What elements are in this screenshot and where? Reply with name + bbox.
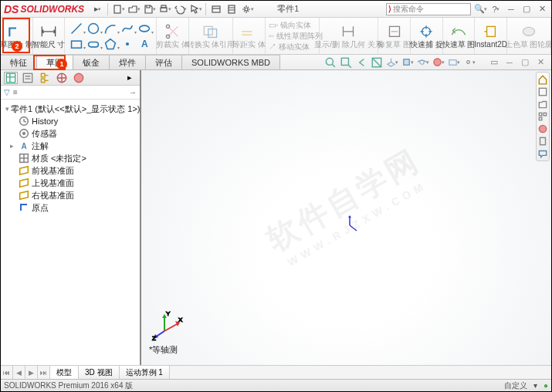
- options-button[interactable]: [225, 2, 239, 16]
- menu-button[interactable]: ▸▾: [90, 2, 104, 16]
- text-tool[interactable]: A: [137, 37, 151, 51]
- taskpane-file-explorer-icon[interactable]: [537, 99, 548, 110]
- dimxpert-tab[interactable]: [55, 72, 69, 84]
- view-settings-icon[interactable]: ▾: [463, 56, 476, 69]
- tab-scroll-prev[interactable]: ◀: [13, 366, 25, 379]
- edit-appearance-icon[interactable]: ▾: [432, 56, 445, 69]
- help-button[interactable]: ?▾: [489, 3, 502, 15]
- tab-scroll-next[interactable]: ▶: [25, 366, 38, 379]
- panel-expand-icon[interactable]: ▸: [123, 72, 137, 84]
- display-style-icon[interactable]: ▾: [401, 56, 414, 69]
- maximize-button[interactable]: ▢: [520, 3, 533, 15]
- search-dropdown[interactable]: 🔍▾: [474, 3, 486, 15]
- rapid-sketch-button[interactable]: 快速草 图: [443, 18, 476, 54]
- feature-tree: ▾ 零件1 (默认<<默认>_显示状态 1>) History 传感器 ▸A注解…: [1, 100, 140, 370]
- quick-snap-button[interactable]: 快速捕 捉: [411, 18, 443, 54]
- prev-view-icon[interactable]: [355, 56, 367, 69]
- spline-tool[interactable]: ▾: [120, 22, 134, 35]
- tree-right-plane[interactable]: 右视基准面: [2, 189, 138, 201]
- taskpane-design-lib-icon[interactable]: [537, 86, 548, 97]
- line-tool[interactable]: ▾: [69, 22, 83, 35]
- shaded-contour-button[interactable]: 上色草 图轮廓: [507, 18, 551, 54]
- pattern-icon[interactable]: ▫▫: [269, 32, 276, 40]
- arc-tool[interactable]: ▾: [103, 22, 117, 35]
- tab-evaluate[interactable]: 评估: [146, 55, 182, 69]
- hide-show-icon[interactable]: ▾: [417, 56, 429, 69]
- convert-button[interactable]: 转换实 体引用: [189, 18, 233, 54]
- doc-min-icon[interactable]: ─: [503, 56, 516, 69]
- filter-icon[interactable]: ▽: [4, 88, 10, 96]
- config-manager-tab[interactable]: [38, 72, 52, 84]
- tab-sheetmetal[interactable]: 钣金: [73, 55, 110, 69]
- bottom-tab-motion[interactable]: 运动算例 1: [120, 366, 170, 379]
- tree-root[interactable]: ▾ 零件1 (默认<<默认>_显示状态 1>): [2, 103, 138, 115]
- tree-annotations[interactable]: ▸A注解: [2, 140, 138, 152]
- status-custom[interactable]: 自定义: [504, 380, 527, 391]
- open-button[interactable]: ▾: [127, 2, 141, 16]
- status-unit-icon[interactable]: ●: [544, 381, 548, 390]
- property-manager-tab[interactable]: [21, 72, 35, 84]
- apply-scene-icon[interactable]: ▾: [448, 56, 460, 69]
- slot-tool[interactable]: ▾: [86, 37, 100, 51]
- rect-tool[interactable]: ▾: [69, 37, 83, 51]
- display-manager-tab[interactable]: [72, 72, 86, 84]
- taskpane-home-icon[interactable]: [537, 74, 548, 85]
- minimize-button[interactable]: ─: [505, 3, 517, 15]
- tree-sensors[interactable]: 传感器: [2, 127, 138, 140]
- mirror-group: ▭▫ 镜向实体 ▫▫ 线性草图阵列 ↗ 移动实体: [266, 18, 320, 54]
- zoom-area-icon[interactable]: [340, 56, 352, 69]
- polygon-tool[interactable]: ▾: [103, 37, 117, 51]
- tab-mbd[interactable]: SOLIDWORKS MBD: [182, 55, 280, 69]
- svg-point-7: [140, 25, 150, 32]
- bottom-tab-3dview[interactable]: 3D 视图: [79, 366, 120, 379]
- select-button[interactable]: ▾: [188, 2, 202, 16]
- tab-features[interactable]: 特征: [1, 55, 37, 69]
- circle-tool[interactable]: ▾: [86, 22, 100, 35]
- tree-history[interactable]: History: [2, 115, 138, 127]
- tree-display-icon[interactable]: ≡: [13, 88, 18, 96]
- offset-button[interactable]: 等距实 体: [233, 18, 266, 54]
- undo-button[interactable]: ▾: [173, 2, 187, 16]
- view-orient-icon[interactable]: ▾: [386, 56, 398, 69]
- feature-manager-tab[interactable]: [4, 72, 18, 84]
- tree-collapse-icon[interactable]: →: [129, 88, 137, 96]
- section-view-icon[interactable]: [371, 56, 383, 69]
- status-toggle-icon[interactable]: ▾: [533, 381, 537, 390]
- save-button[interactable]: ▾: [142, 2, 156, 16]
- new-button[interactable]: ▾: [111, 2, 125, 16]
- tab-sketch[interactable]: 草图: [37, 55, 73, 69]
- trim-button[interactable]: 剪裁实 体: [157, 18, 189, 54]
- tree-top-plane[interactable]: 上视基准面: [2, 177, 138, 189]
- search-command-box[interactable]: ⟩搜索命令: [386, 3, 471, 15]
- taskpane-appearance-icon[interactable]: [537, 123, 548, 134]
- ellipse-tool[interactable]: ▾: [137, 22, 151, 35]
- tree-origin[interactable]: 原点: [2, 201, 138, 214]
- mirror-icon[interactable]: ▭▫: [269, 21, 280, 29]
- graphics-viewport[interactable]: 软件自学网 WWW.RJZXW.COM Y X Z *等轴测: [141, 70, 551, 370]
- instant2d-button[interactable]: Instant2D: [475, 18, 507, 54]
- taskpane-view-palette-icon[interactable]: [537, 111, 548, 122]
- close-button[interactable]: ✕: [536, 3, 548, 15]
- taskpane-forum-icon[interactable]: [537, 148, 548, 159]
- tab-scroll-first[interactable]: ⏮: [1, 366, 13, 379]
- bottom-tab-model[interactable]: 模型: [50, 366, 79, 379]
- tree-material[interactable]: 材质 <未指定>: [2, 152, 138, 164]
- doc-max-icon[interactable]: ▢: [519, 56, 531, 69]
- settings-button[interactable]: ▾: [240, 2, 254, 16]
- tab-scroll-last[interactable]: ⏭: [38, 366, 50, 379]
- tree-front-plane[interactable]: 前视基准面: [2, 164, 138, 177]
- zoom-fit-icon[interactable]: [324, 56, 337, 69]
- doc-window-icon[interactable]: ▭: [488, 56, 500, 69]
- svg-rect-29: [23, 73, 32, 82]
- command-tabs: 特征 草图 钣金 焊件 评估 SOLIDWORKS MBD ▾ ▾ ▾ ▾ ▾ …: [1, 55, 551, 70]
- move-icon[interactable]: ↗: [269, 42, 279, 51]
- smart-dimension-button[interactable]: 智能尺 寸: [33, 18, 66, 54]
- doc-close-icon[interactable]: ✕: [534, 56, 547, 69]
- print-button[interactable]: ▾: [157, 2, 171, 16]
- tab-weldments[interactable]: 焊件: [110, 55, 146, 69]
- rebuild-button[interactable]: [209, 2, 223, 16]
- relations-button[interactable]: 显示/删 除几何 关系: [320, 18, 379, 54]
- taskpane-custom-props-icon[interactable]: [537, 136, 548, 147]
- repair-button[interactable]: 修复草 图: [378, 18, 411, 54]
- point-tool[interactable]: [120, 37, 134, 51]
